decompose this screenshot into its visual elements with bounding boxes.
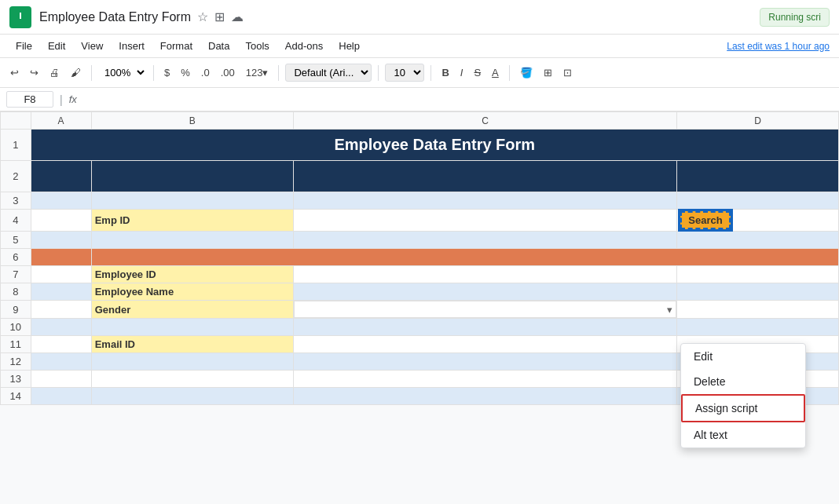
menu-format[interactable]: Format (154, 38, 199, 53)
menu-view[interactable]: View (75, 38, 109, 53)
employee-id-input[interactable] (293, 266, 677, 283)
row-num-1: 1 (1, 130, 31, 161)
row10-a[interactable] (31, 319, 91, 336)
row5-a[interactable] (31, 232, 91, 249)
formula-input[interactable] (83, 93, 833, 105)
row3-d[interactable] (677, 192, 839, 210)
title-bar: Employee Data Entry Form ☆ ⊞ ☁ Running s… (0, 0, 839, 35)
paint-format-button[interactable]: 🖌 (67, 64, 85, 81)
context-menu-alt-text[interactable]: Alt text (681, 422, 805, 447)
zoom-select[interactable]: 100% (98, 64, 147, 81)
col-header-c[interactable]: C (293, 112, 677, 130)
row3-b[interactable] (91, 192, 293, 210)
formula-bar: F8 | fx (0, 88, 839, 111)
currency-button[interactable]: $ (160, 64, 174, 81)
format-num-button[interactable]: 123▾ (242, 64, 273, 81)
row4-d[interactable]: Search (677, 210, 839, 232)
table-row: 9 Gender ▾ (1, 301, 839, 319)
undo-button[interactable]: ↩ (6, 64, 23, 81)
gender-input[interactable]: ▾ (294, 301, 677, 318)
row8-a[interactable] (31, 283, 91, 301)
menu-file[interactable]: File (9, 38, 38, 53)
row7-a[interactable] (31, 266, 91, 283)
employee-id-label[interactable]: Employee ID (91, 266, 293, 283)
italic-button[interactable]: I (456, 64, 467, 81)
row3-a[interactable] (31, 192, 91, 210)
decimal-less-button[interactable]: .0 (197, 64, 214, 81)
row12-a[interactable] (31, 353, 91, 371)
row9-d[interactable] (677, 301, 839, 319)
font-select[interactable]: Default (Ari... (285, 64, 372, 82)
email-id-input[interactable] (293, 336, 677, 353)
col-header-a[interactable]: A (31, 112, 91, 130)
underline-button[interactable]: A (488, 64, 503, 81)
emp-id-input[interactable] (293, 210, 677, 232)
redo-button[interactable]: ↪ (26, 64, 42, 81)
row-num-3: 3 (1, 192, 31, 210)
col-header-b[interactable]: B (91, 112, 293, 130)
strikethrough-button[interactable]: S (470, 64, 485, 81)
save-icon[interactable]: ☁ (231, 9, 244, 24)
bold-button[interactable]: B (438, 64, 452, 81)
employee-name-input[interactable] (293, 283, 677, 301)
cloud-icon[interactable]: ⊞ (214, 9, 225, 24)
row-num-11: 11 (1, 336, 31, 353)
row14-c[interactable] (293, 388, 677, 405)
row-num-6: 6 (1, 249, 31, 266)
table-row: 3 (1, 192, 839, 210)
row7-d[interactable] (677, 266, 839, 283)
menu-data[interactable]: Data (202, 38, 236, 53)
print-button[interactable]: 🖨 (46, 64, 64, 81)
row10-b[interactable] (91, 319, 293, 336)
merge-button[interactable]: ⊡ (559, 64, 576, 81)
menu-tools[interactable]: Tools (239, 38, 275, 53)
email-id-label[interactable]: Email ID (91, 336, 293, 353)
cell-reference[interactable]: F8 (6, 91, 53, 108)
row5-d[interactable] (677, 232, 839, 249)
row4-a[interactable] (31, 210, 91, 232)
borders-button[interactable]: ⊞ (540, 64, 556, 81)
row12-c[interactable] (293, 353, 677, 371)
row13-a[interactable] (31, 371, 91, 388)
row2-d (677, 161, 839, 192)
row13-c[interactable] (293, 371, 677, 388)
row10-d[interactable] (677, 319, 839, 336)
row14-a[interactable] (31, 388, 91, 405)
row8-d[interactable] (677, 283, 839, 301)
context-menu-delete[interactable]: Delete (681, 369, 805, 394)
emp-id-label[interactable]: Emp ID (91, 210, 293, 232)
decimal-more-button[interactable]: .00 (217, 64, 239, 81)
star-icon[interactable]: ☆ (197, 9, 208, 24)
row3-c[interactable] (293, 192, 677, 210)
row5-b[interactable] (91, 232, 293, 249)
menu-insert[interactable]: Insert (112, 38, 151, 53)
formula-separator: | (60, 93, 63, 106)
spreadsheet-title: Employee Data Entry Form (31, 130, 838, 161)
row13-b[interactable] (91, 371, 293, 388)
menu-addons[interactable]: Add-ons (279, 38, 329, 53)
row11-a[interactable] (31, 336, 91, 353)
row14-b[interactable] (91, 388, 293, 405)
font-size-select[interactable]: 10 (385, 64, 424, 82)
row9-a[interactable] (31, 301, 91, 319)
row12-b[interactable] (91, 353, 293, 371)
table-row: 10 (1, 319, 839, 336)
context-menu-assign-script[interactable]: Assign script (681, 394, 805, 422)
row6-divider (91, 249, 838, 266)
context-menu-edit[interactable]: Edit (681, 344, 805, 369)
gender-label[interactable]: Gender (91, 301, 293, 319)
row5-c[interactable] (293, 232, 677, 249)
menu-edit[interactable]: Edit (42, 38, 71, 53)
col-header-d[interactable]: D (677, 112, 839, 130)
dropdown-arrow-icon[interactable]: ▾ (667, 304, 672, 316)
row-num-2: 2 (1, 161, 31, 192)
menu-help[interactable]: Help (332, 38, 366, 53)
last-edit[interactable]: Last edit was 1 hour ago (727, 41, 830, 52)
running-script-badge: Running scri (760, 8, 830, 27)
percent-button[interactable]: % (177, 64, 194, 81)
search-button[interactable]: Search (680, 211, 730, 229)
employee-name-label[interactable]: Employee Name (91, 283, 293, 301)
row6-a[interactable] (31, 249, 91, 266)
fill-color-button[interactable]: 🪣 (516, 64, 537, 81)
row10-c[interactable] (293, 319, 677, 336)
